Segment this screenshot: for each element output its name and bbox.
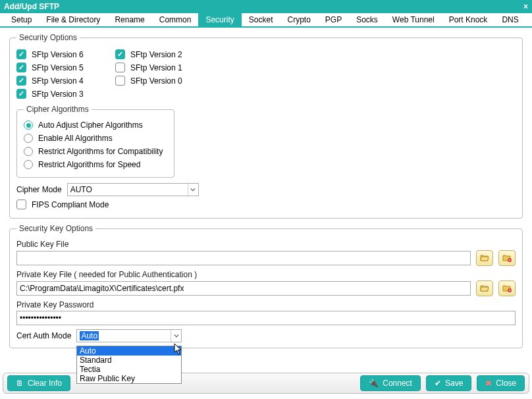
- private-key-label: Private Key File ( needed for Public Aut…: [16, 270, 516, 279]
- tab-security[interactable]: Security: [198, 13, 241, 26]
- security-options-legend: Security Options: [16, 33, 80, 42]
- private-key-input[interactable]: [16, 281, 471, 296]
- tab-socks[interactable]: Socks: [349, 13, 385, 26]
- tab-pgp[interactable]: PGP: [318, 13, 349, 26]
- dropdown-option-raw-public-key[interactable]: Raw Public Key: [77, 374, 181, 383]
- tab-dns[interactable]: DNS: [494, 13, 525, 26]
- private-pwd-label: Private Key Password: [16, 300, 516, 309]
- private-key-clear-button[interactable]: [498, 280, 516, 296]
- tab-file-directory[interactable]: File & Directory: [39, 13, 107, 26]
- tab-web-tunnel[interactable]: Web Tunnel: [385, 13, 442, 26]
- check-icon: ✔: [435, 379, 441, 388]
- cert-auth-dropdown[interactable]: Auto Standard Tectia Raw Public Key: [76, 346, 182, 384]
- connect-label: Connect: [383, 379, 412, 388]
- dropdown-option-auto[interactable]: Auto: [77, 346, 181, 356]
- tab-port-knock[interactable]: Port Knock: [442, 13, 495, 26]
- chevron-down-icon: [188, 184, 198, 196]
- folder-open-icon: [480, 284, 489, 292]
- cb-sftp-v4[interactable]: [16, 76, 26, 86]
- folder-open-icon: [480, 254, 489, 262]
- close-icon[interactable]: ×: [523, 2, 528, 11]
- folder-delete-icon: [502, 254, 512, 262]
- cb-sftp-v0[interactable]: [115, 76, 125, 86]
- security-options-group: Security Options SFtp Version 6 SFtp Ver…: [9, 33, 523, 219]
- radio-restrict-speed[interactable]: [24, 160, 33, 169]
- label-sftp-v6: SFtp Version 6: [32, 50, 84, 59]
- label-enable-all: Enable All Algorithms: [38, 134, 113, 143]
- cb-fips[interactable]: [16, 200, 26, 209]
- document-icon: 🗎: [16, 379, 24, 388]
- connect-button[interactable]: 🔌 Connect: [360, 375, 421, 391]
- tab-common[interactable]: Common: [152, 13, 199, 26]
- radio-restrict-compat[interactable]: [24, 147, 33, 156]
- radio-enable-all[interactable]: [24, 134, 33, 143]
- public-key-input[interactable]: [16, 251, 471, 265]
- cb-sftp-v5[interactable]: [16, 63, 26, 72]
- cipher-mode-label: Cipher Mode: [16, 185, 62, 194]
- label-auto-adjust: Auto Adjust Cipher Algorithms: [38, 120, 143, 130]
- cert-auth-value: Auto: [80, 331, 99, 340]
- cipher-mode-value: AUTO: [70, 185, 92, 194]
- cb-sftp-v6[interactable]: [16, 49, 26, 59]
- radio-auto-adjust[interactable]: [24, 120, 33, 130]
- titlebar: Add/Upd SFTP ×: [0, 0, 532, 13]
- panel: Security Options SFtp Version 6 SFtp Ver…: [0, 28, 532, 348]
- tab-socket[interactable]: Socket: [242, 13, 280, 26]
- label-sftp-v3: SFtp Version 3: [32, 90, 84, 99]
- close-button[interactable]: ✖ Close: [477, 375, 525, 391]
- label-sftp-v0: SFtp Version 0: [130, 76, 182, 86]
- plug-icon: 🔌: [369, 379, 379, 388]
- clear-info-label: Clear Info: [28, 379, 62, 388]
- public-key-clear-button[interactable]: [498, 250, 516, 266]
- cipher-mode-select[interactable]: AUTO: [67, 183, 199, 196]
- x-icon: ✖: [485, 379, 492, 388]
- cert-auth-select[interactable]: Auto: [76, 329, 182, 342]
- tab-crypto[interactable]: Crypto: [280, 13, 317, 26]
- label-sftp-v2: SFtp Version 2: [130, 50, 182, 59]
- label-restrict-speed: Restrict Algorithms for Speed: [38, 160, 140, 169]
- label-sftp-v1: SFtp Version 1: [130, 63, 182, 72]
- cb-sftp-v2[interactable]: [115, 49, 125, 59]
- security-key-legend: Security Key Options: [16, 224, 95, 233]
- label-restrict-compat: Restrict Algorithms for Compatibility: [38, 147, 163, 156]
- clear-info-button[interactable]: 🗎 Clear Info: [7, 375, 70, 391]
- label-sftp-v5: SFtp Version 5: [32, 63, 84, 72]
- tab-bar: Setup File & Directory Rename Common Sec…: [0, 13, 532, 28]
- label-sftp-v4: SFtp Version 4: [32, 76, 84, 86]
- chevron-down-icon: [171, 330, 181, 342]
- cert-auth-label: Cert Auth Mode: [16, 331, 71, 340]
- tab-rename[interactable]: Rename: [107, 13, 151, 26]
- dropdown-option-tectia[interactable]: Tectia: [77, 365, 181, 374]
- save-label: Save: [445, 379, 463, 388]
- close-label: Close: [496, 379, 516, 388]
- cb-sftp-v1[interactable]: [115, 63, 125, 72]
- window-title: Add/Upd SFTP: [4, 2, 59, 11]
- folder-delete-icon: [502, 284, 512, 292]
- cipher-algorithms-group: Cipher Algorithms Auto Adjust Cipher Alg…: [16, 105, 174, 178]
- private-key-browse-button[interactable]: [476, 280, 493, 296]
- cb-sftp-v3[interactable]: [16, 89, 26, 99]
- tab-setup[interactable]: Setup: [4, 13, 39, 26]
- save-button[interactable]: ✔ Save: [426, 375, 471, 391]
- public-key-browse-button[interactable]: [476, 250, 493, 266]
- label-fips: FIPS Compliant Mode: [32, 200, 109, 209]
- cipher-algorithms-legend: Cipher Algorithms: [24, 105, 92, 114]
- security-key-options-group: Security Key Options Public Key File Pri…: [9, 224, 523, 348]
- private-pwd-input[interactable]: [16, 311, 516, 325]
- public-key-label: Public Key File: [16, 240, 516, 249]
- dropdown-option-standard[interactable]: Standard: [77, 356, 181, 365]
